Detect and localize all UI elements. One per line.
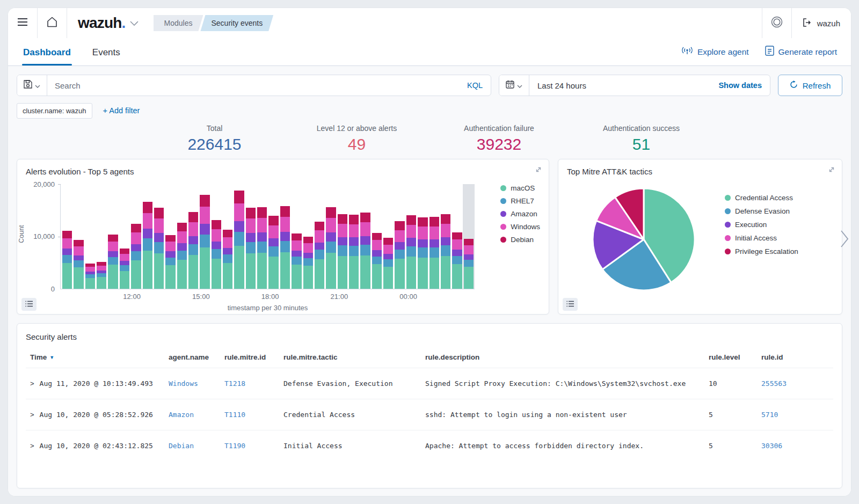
- tab-dashboard[interactable]: Dashboard: [22, 39, 72, 65]
- stacked-bar[interactable]: [326, 184, 336, 289]
- legend-item-rhel7[interactable]: RHEL7: [500, 197, 540, 205]
- bar-segment-debian: [326, 207, 336, 218]
- stacked-bar[interactable]: [338, 184, 347, 289]
- stacked-bar[interactable]: [383, 184, 393, 289]
- stacked-bar[interactable]: [97, 184, 106, 289]
- legend-item-initial-access[interactable]: Initial Access: [725, 234, 798, 242]
- rule-id-link[interactable]: 255563: [761, 379, 787, 388]
- stacked-bar[interactable]: [406, 184, 416, 289]
- app-switcher-button[interactable]: [130, 18, 139, 28]
- bar-segment-rhel7: [360, 245, 370, 255]
- rule-id-link[interactable]: 30306: [761, 442, 782, 450]
- agent-name-link[interactable]: Debian: [169, 442, 194, 450]
- time-range-value[interactable]: Last 24 hours: [529, 81, 586, 90]
- stacked-bar[interactable]: [143, 184, 152, 289]
- tab-events[interactable]: Events: [91, 39, 121, 65]
- generate-report-button[interactable]: Generate report: [765, 46, 837, 58]
- panel-actions-button[interactable]: [563, 298, 578, 311]
- legend-item-debian[interactable]: Debian: [500, 236, 540, 244]
- column-header-rule-mitre-tactic[interactable]: rule.mitre.tactic: [279, 347, 421, 368]
- stacked-bar[interactable]: [223, 184, 232, 289]
- saved-queries-button[interactable]: [17, 75, 47, 96]
- column-header-rule-id[interactable]: rule.id: [757, 347, 833, 368]
- stacked-bar[interactable]: [188, 184, 198, 289]
- legend-item-defense-evasion[interactable]: Defense Evasion: [725, 207, 798, 215]
- legend-item-amazon[interactable]: Amazon: [500, 210, 540, 218]
- legend-item-execution[interactable]: Execution: [725, 221, 798, 229]
- mitre-id-link[interactable]: T1110: [224, 411, 245, 419]
- refresh-button[interactable]: Refresh: [778, 75, 842, 96]
- expand-panel-icon[interactable]: [828, 166, 835, 176]
- stat-value-auth-failure[interactable]: 39232: [428, 135, 570, 154]
- stacked-bar[interactable]: [430, 184, 439, 289]
- legend-item-credential-access[interactable]: Credential Access: [725, 194, 798, 202]
- search-input[interactable]: [47, 81, 459, 90]
- breadcrumb-modules[interactable]: Modules: [154, 15, 203, 31]
- logout-user-button[interactable]: wazuh: [792, 18, 851, 28]
- stacked-bar[interactable]: [464, 184, 474, 289]
- column-header-rule-description[interactable]: rule.description: [421, 347, 704, 368]
- stat-value-level-12[interactable]: 49: [286, 135, 428, 154]
- expand-row-caret[interactable]: >: [30, 442, 34, 450]
- stacked-bar[interactable]: [234, 184, 244, 289]
- stacked-bar[interactable]: [315, 184, 324, 289]
- stacked-bar[interactable]: [74, 184, 83, 289]
- legend-item-privilege-escalation[interactable]: Privilege Escalation: [725, 247, 798, 255]
- home-button[interactable]: [38, 8, 67, 38]
- agent-name-link[interactable]: Windows: [169, 379, 198, 388]
- health-check-button[interactable]: [762, 8, 791, 38]
- column-header-agent-name[interactable]: agent.name: [164, 347, 220, 368]
- stacked-bar[interactable]: [418, 184, 427, 289]
- bar-segment-rhel7: [234, 232, 244, 246]
- calendar-menu-button[interactable]: [499, 75, 529, 96]
- stat-value-auth-success[interactable]: 51: [570, 135, 712, 154]
- stacked-bar[interactable]: [292, 184, 301, 289]
- stacked-bar[interactable]: [62, 184, 72, 289]
- show-dates-button[interactable]: Show dates: [718, 81, 770, 90]
- stacked-bar[interactable]: [372, 184, 382, 289]
- column-header-time[interactable]: Time▼: [26, 347, 164, 368]
- stacked-bar[interactable]: [280, 184, 290, 289]
- bar-segment-macos: [177, 260, 187, 289]
- expand-panel-icon[interactable]: [535, 166, 542, 176]
- stacked-bar[interactable]: [154, 184, 164, 289]
- stacked-bar[interactable]: [177, 184, 187, 289]
- hamburger-menu-button[interactable]: [8, 8, 37, 38]
- rule-id-link[interactable]: 5710: [761, 411, 778, 419]
- column-header-rule-mitre-id[interactable]: rule.mitre.id: [220, 347, 279, 368]
- stacked-bar[interactable]: [85, 184, 95, 289]
- next-visualization-chevron[interactable]: [840, 229, 849, 251]
- stacked-bar[interactable]: [257, 184, 267, 289]
- stacked-bar[interactable]: [268, 184, 278, 289]
- cell-rule-description: Apache: Attempt to access forbidden dire…: [421, 430, 704, 462]
- mitre-id-link[interactable]: T1190: [224, 442, 245, 450]
- stacked-bar[interactable]: [246, 184, 256, 289]
- stacked-bar[interactable]: [441, 184, 450, 289]
- legend-item-windows[interactable]: Windows: [500, 223, 540, 231]
- wazuh-logo[interactable]: wazuh.: [78, 14, 126, 32]
- filter-chip-cluster-name[interactable]: cluster.name: wazuh: [17, 103, 92, 119]
- legend-item-macos[interactable]: macOS: [500, 184, 540, 192]
- stacked-bar[interactable]: [212, 184, 221, 289]
- kql-button[interactable]: KQL: [459, 81, 491, 90]
- stacked-bar[interactable]: [120, 184, 129, 289]
- stacked-bar[interactable]: [200, 184, 209, 289]
- stacked-bar[interactable]: [349, 184, 359, 289]
- panel-actions-button[interactable]: [21, 298, 37, 311]
- expand-row-caret[interactable]: >: [30, 379, 34, 388]
- column-header-rule-level[interactable]: rule.level: [704, 347, 757, 368]
- stacked-bar[interactable]: [131, 184, 141, 289]
- stacked-bar[interactable]: [165, 184, 175, 289]
- agent-name-link[interactable]: Amazon: [169, 411, 194, 419]
- stacked-bar[interactable]: [360, 184, 370, 289]
- stacked-bar[interactable]: [303, 184, 313, 289]
- stat-value-total[interactable]: 226415: [143, 135, 286, 154]
- add-filter-button[interactable]: + Add filter: [103, 106, 140, 115]
- stacked-bar[interactable]: [108, 184, 118, 289]
- stacked-bar[interactable]: [395, 184, 404, 289]
- explore-agent-button[interactable]: Explore agent: [681, 46, 749, 58]
- pie-chart[interactable]: [588, 184, 699, 297]
- mitre-id-link[interactable]: T1218: [224, 379, 245, 388]
- stacked-bar[interactable]: [452, 184, 462, 289]
- expand-row-caret[interactable]: >: [30, 411, 34, 419]
